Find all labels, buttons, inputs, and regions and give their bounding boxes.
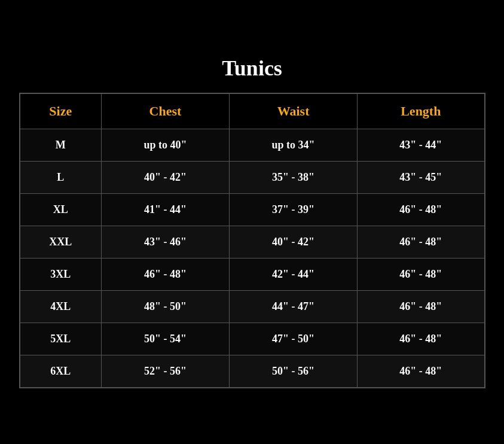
cell-size: 3XL (20, 259, 102, 291)
table-header-row: Size Chest Waist Length (20, 93, 485, 129)
cell-length: 43" - 45" (358, 162, 485, 194)
header-chest: Chest (101, 93, 229, 129)
cell-size: 4XL (20, 291, 102, 323)
cell-waist: 50" - 56" (230, 355, 358, 388)
cell-chest: 41" - 44" (101, 194, 229, 226)
cell-waist: 35" - 38" (230, 162, 358, 194)
cell-waist: 37" - 39" (230, 194, 358, 226)
cell-waist: 44" - 47" (230, 291, 358, 323)
page-title: Tunics (19, 56, 485, 81)
cell-waist: up to 34" (230, 129, 358, 162)
cell-chest: 46" - 48" (101, 259, 229, 291)
table-row: 4XL48" - 50"44" - 47"46" - 48" (20, 291, 485, 323)
table-row: L40" - 42"35" - 38"43" - 45" (20, 162, 485, 194)
table-row: 3XL46" - 48"42" - 44"46" - 48" (20, 259, 485, 291)
cell-waist: 47" - 50" (230, 323, 358, 355)
cell-length: 46" - 48" (358, 259, 485, 291)
cell-length: 46" - 48" (358, 194, 485, 226)
page-container: Tunics Size Chest Waist Length Mup to 40… (7, 44, 497, 400)
table-row: 6XL52" - 56"50" - 56"46" - 48" (20, 355, 485, 388)
table-row: Mup to 40"up to 34"43" - 44" (20, 129, 485, 162)
cell-size: XXL (20, 226, 102, 259)
cell-chest: 43" - 46" (101, 226, 229, 259)
cell-waist: 40" - 42" (230, 226, 358, 259)
table-row: XL41" - 44"37" - 39"46" - 48" (20, 194, 485, 226)
cell-length: 43" - 44" (358, 129, 485, 162)
table-row: XXL43" - 46"40" - 42"46" - 48" (20, 226, 485, 259)
cell-chest: 48" - 50" (101, 291, 229, 323)
cell-size: 5XL (20, 323, 102, 355)
cell-length: 46" - 48" (358, 291, 485, 323)
cell-length: 46" - 48" (358, 323, 485, 355)
cell-chest: 50" - 54" (101, 323, 229, 355)
size-chart-table: Size Chest Waist Length Mup to 40"up to … (19, 93, 485, 388)
header-waist: Waist (230, 93, 358, 129)
cell-chest: up to 40" (101, 129, 229, 162)
cell-chest: 40" - 42" (101, 162, 229, 194)
cell-waist: 42" - 44" (230, 259, 358, 291)
cell-size: XL (20, 194, 102, 226)
cell-size: 6XL (20, 355, 102, 388)
header-length: Length (358, 93, 485, 129)
table-row: 5XL50" - 54"47" - 50"46" - 48" (20, 323, 485, 355)
header-size: Size (20, 93, 102, 129)
cell-size: M (20, 129, 102, 162)
cell-chest: 52" - 56" (101, 355, 229, 388)
cell-length: 46" - 48" (358, 226, 485, 259)
cell-size: L (20, 162, 102, 194)
cell-length: 46" - 48" (358, 355, 485, 388)
